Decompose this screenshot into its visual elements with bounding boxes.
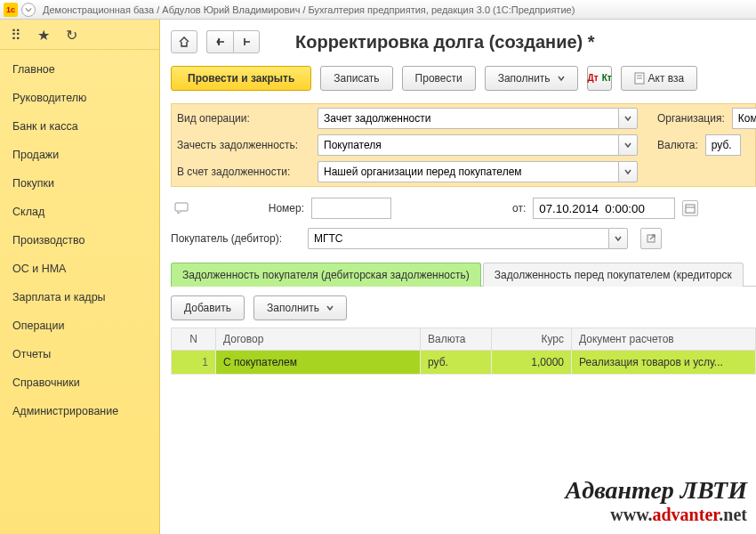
tabs: Задолженность покупателя (дебиторская за… xyxy=(171,262,756,287)
date-input[interactable] xyxy=(533,198,675,219)
cell-currency: руб. xyxy=(421,351,492,375)
table-fill-label: Заполнить xyxy=(267,302,319,314)
calendar-icon[interactable] xyxy=(682,200,698,216)
col-docs[interactable]: Документ расчетов xyxy=(572,328,756,351)
currency-label: Валюта: xyxy=(657,139,698,151)
sidebar-top-icons: ⠿ ★ ↻ xyxy=(0,20,159,50)
against-debt-label: В счет задолженности: xyxy=(177,166,310,178)
table-row[interactable]: 1 С покупателем руб. 1,0000 Реализация т… xyxy=(172,351,756,375)
tab-creditor[interactable]: Задолженность перед покупателем (кредито… xyxy=(483,263,744,287)
chevron-down-icon[interactable] xyxy=(618,134,638,156)
cell-n: 1 xyxy=(172,351,216,375)
sidebar-item[interactable]: Зарплата и кадры xyxy=(0,283,159,312)
against-debt-field[interactable] xyxy=(318,161,638,182)
page-title: Корректировка долга (создание) * xyxy=(295,32,595,53)
fill-button-label: Заполнить xyxy=(498,72,551,85)
chevron-down-icon[interactable] xyxy=(618,161,638,182)
act-button-label: Акт вза xyxy=(648,72,685,85)
watermark-line2: www.advanter.net xyxy=(566,505,747,525)
doc-number-row: Номер: от: xyxy=(171,198,756,219)
post-and-close-button[interactable]: Провести и закрыть xyxy=(171,66,311,91)
buyer-row: Покупатель (дебитор): xyxy=(171,228,756,249)
col-n[interactable]: N xyxy=(172,328,216,351)
sidebar-item[interactable]: Руководителю xyxy=(0,84,159,112)
col-currency[interactable]: Валюта xyxy=(421,328,492,351)
currency-input[interactable] xyxy=(705,134,741,156)
sidebar-item[interactable]: Операции xyxy=(0,312,159,340)
operation-type-label: Вид операции: xyxy=(177,112,310,125)
col-contract[interactable]: Договор xyxy=(216,328,421,351)
main-area: Корректировка долга (создание) * Провест… xyxy=(160,20,756,534)
cell-rate: 1,0000 xyxy=(492,351,572,375)
window-titlebar: 1c Демонстрационная база / Абдулов Юрий … xyxy=(0,0,756,20)
offset-debt-input[interactable] xyxy=(318,134,618,156)
post-button[interactable]: Провести xyxy=(402,66,476,91)
operation-type-field[interactable] xyxy=(318,108,638,129)
sidebar-item[interactable]: Банк и касса xyxy=(0,112,159,141)
buyer-field[interactable] xyxy=(308,228,628,249)
against-debt-input[interactable] xyxy=(318,161,618,182)
number-label: Номер: xyxy=(199,202,304,214)
cell-contract[interactable]: С покупателем xyxy=(216,351,421,375)
debt-table: N Договор Валюта Курс Документ расчетов … xyxy=(171,328,756,375)
svg-rect-4 xyxy=(686,205,695,213)
dtkt-button[interactable]: ДтКт xyxy=(587,66,612,91)
window-title: Демонстрационная база / Абдулов Юрий Вла… xyxy=(43,4,575,15)
watermark-line1: Адвантер ЛВТИ xyxy=(566,476,747,505)
operation-type-input[interactable] xyxy=(318,108,618,129)
toolbar: Провести и закрыть Записать Провести Зап… xyxy=(171,66,756,91)
act-button[interactable]: Акт вза xyxy=(621,66,698,91)
save-button[interactable]: Записать xyxy=(320,66,392,91)
organization-label: Организация: xyxy=(657,112,725,125)
col-rate[interactable]: Курс xyxy=(492,328,572,351)
sidebar-item[interactable]: Покупки xyxy=(0,169,159,198)
watermark: Адвантер ЛВТИ www.advanter.net xyxy=(566,476,747,525)
chevron-down-icon xyxy=(558,75,565,82)
sidebar-item[interactable]: Склад xyxy=(0,198,159,226)
sidebar-item[interactable]: Справочники xyxy=(0,368,159,397)
fill-button[interactable]: Заполнить xyxy=(485,66,578,91)
apps-icon[interactable]: ⠿ xyxy=(11,27,21,44)
titlebar-menu-icon[interactable] xyxy=(21,3,36,17)
favorite-icon[interactable]: ★ xyxy=(37,27,50,44)
app-logo-icon: 1c xyxy=(4,3,18,17)
table-toolbar: Добавить Заполнить xyxy=(171,295,756,320)
tab-debtor[interactable]: Задолженность покупателя (дебиторская за… xyxy=(171,263,481,287)
sidebar: ⠿ ★ ↻ Главное Руководителю Банк и касса … xyxy=(0,20,160,534)
params-panel: Вид операции: Организация: Зачесть задол… xyxy=(171,103,756,187)
chevron-down-icon[interactable] xyxy=(618,108,638,129)
sidebar-item[interactable]: Производство xyxy=(0,226,159,255)
home-button[interactable] xyxy=(171,30,197,53)
chevron-down-icon[interactable] xyxy=(608,228,628,249)
document-icon xyxy=(634,72,645,85)
number-input[interactable] xyxy=(311,198,391,219)
from-label: от: xyxy=(512,202,526,214)
sidebar-item[interactable]: Продажи xyxy=(0,141,159,169)
svg-rect-3 xyxy=(175,203,188,211)
sidebar-item[interactable]: ОС и НМА xyxy=(0,255,159,283)
sidebar-item[interactable]: Главное xyxy=(0,55,159,84)
comment-icon[interactable] xyxy=(171,200,192,216)
back-button[interactable] xyxy=(206,30,233,53)
offset-debt-label: Зачесть задолженность: xyxy=(177,139,310,151)
chevron-down-icon xyxy=(326,304,334,312)
nav-row: Корректировка долга (создание) * xyxy=(171,30,756,53)
cell-docs: Реализация товаров и услу... xyxy=(572,351,756,375)
organization-input[interactable] xyxy=(732,108,756,129)
add-row-button[interactable]: Добавить xyxy=(171,295,245,320)
sidebar-item[interactable]: Администрирование xyxy=(0,397,159,425)
sidebar-items: Главное Руководителю Банк и касса Продаж… xyxy=(0,50,159,431)
sidebar-item[interactable]: Отчеты xyxy=(0,340,159,368)
buyer-label: Покупатель (дебитор): xyxy=(171,232,301,245)
forward-button[interactable] xyxy=(233,30,260,53)
table-fill-button[interactable]: Заполнить xyxy=(253,295,347,320)
history-icon[interactable]: ↻ xyxy=(66,27,77,44)
open-reference-button[interactable] xyxy=(640,228,662,249)
offset-debt-field[interactable] xyxy=(318,134,638,156)
buyer-input[interactable] xyxy=(308,228,608,249)
